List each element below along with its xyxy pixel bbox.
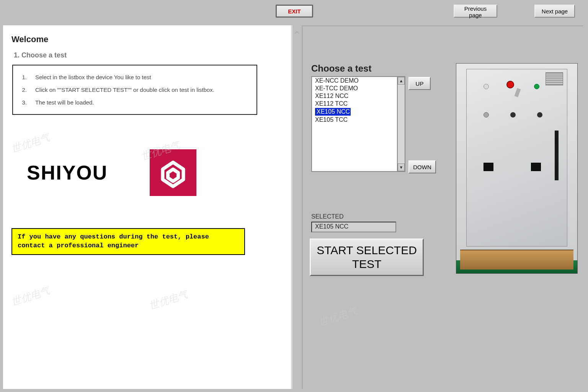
list-item[interactable]: XE105 NCC xyxy=(315,108,351,116)
start-selected-test-button[interactable]: START SELECTED TEST xyxy=(310,238,424,276)
list-item[interactable]: XE112 TCC xyxy=(312,100,397,108)
selected-test-field: XE105 NCC xyxy=(311,222,396,232)
instructions-box: 1. Select in the listbox the device You … xyxy=(12,65,257,115)
test-listbox[interactable]: XE-NCC DEMOXE-TCC DEMOXE112 NCCXE112 TCC… xyxy=(311,76,397,172)
device-cabinet-image xyxy=(456,63,578,274)
scroll-up-icon[interactable]: ▲ xyxy=(398,77,405,85)
list-item[interactable]: XE-NCC DEMO xyxy=(312,77,397,85)
brand-name: SHIYOU xyxy=(27,161,108,184)
exit-button[interactable]: EXIT xyxy=(276,5,313,18)
choose-test-heading: 1. Choose a test xyxy=(14,51,283,59)
choose-test-label: Choose a test xyxy=(311,63,371,74)
next-page-button[interactable]: Next page xyxy=(534,5,575,18)
scroll-down-icon[interactable]: ▼ xyxy=(398,163,405,171)
selected-label: SELECTED xyxy=(311,213,343,220)
welcome-document-panel: ⌃ Welcome 1. Choose a test 1. Select in … xyxy=(3,25,292,389)
warning-notice: If you have any questions during the tes… xyxy=(11,228,245,255)
down-button[interactable]: DOWN xyxy=(408,160,436,173)
list-item[interactable]: XE105 TCC xyxy=(312,116,397,124)
watermark: 世优电气 xyxy=(10,284,52,309)
welcome-heading: Welcome xyxy=(11,34,283,44)
list-item[interactable]: XE112 NCC xyxy=(312,92,397,100)
listbox-scrollbar[interactable]: ▲ ▼ xyxy=(397,76,405,172)
test-selection-panel: Choose a test XE-NCC DEMOXE-TCC DEMOXE11… xyxy=(302,25,583,389)
up-button[interactable]: UP xyxy=(408,77,431,90)
watermark: 世优电气 xyxy=(317,304,359,329)
instruction-step: 2. Click on ""START SELECTED TEST"" or d… xyxy=(20,83,250,96)
brand-logo-icon xyxy=(150,149,196,196)
scroll-up-chevron-icon[interactable]: ⌃ xyxy=(292,29,299,41)
previous-page-button[interactable]: Previous page xyxy=(454,5,497,18)
instruction-step: 3. The test will be loaded. xyxy=(20,96,250,109)
watermark: 世优电气 xyxy=(147,287,189,312)
list-item[interactable]: XE-TCC DEMO xyxy=(312,85,397,92)
instruction-step: 1. Select in the listbox the device You … xyxy=(20,71,250,83)
